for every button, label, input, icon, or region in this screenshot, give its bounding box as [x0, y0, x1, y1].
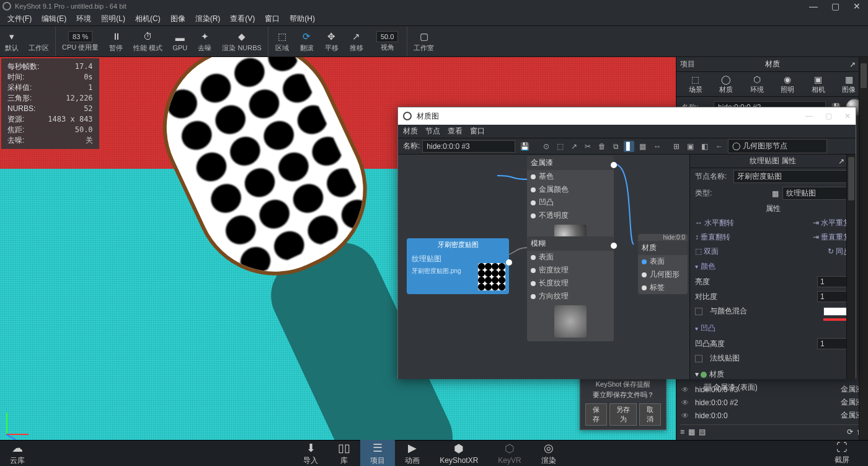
visibility-icon[interactable]: 👁 — [681, 385, 689, 394]
material-row[interactable]: 👁hide:0:0:0 #2金属漆 — [680, 396, 864, 409]
bump-input[interactable]: 1 — [817, 338, 851, 349]
mg-minimize-button[interactable]: ― — [805, 112, 813, 120]
popout-icon[interactable]: ↗ — [838, 157, 844, 166]
bb-project[interactable]: ☰项目 — [360, 440, 395, 467]
mg-tool-icon[interactable]: ← — [713, 141, 725, 152]
menu-camera[interactable]: 相机(C) — [131, 12, 164, 25]
tab-material[interactable]: ◯材质 — [717, 73, 735, 96]
mg-close-button[interactable]: ✕ — [844, 112, 851, 120]
visibility-icon[interactable]: 👁 — [681, 411, 689, 420]
mg-node-search[interactable]: ◯ 几何图形节点 — [728, 139, 827, 153]
bb-cloud[interactable]: ☁云库 — [0, 440, 35, 467]
props-scrollbar[interactable] — [846, 155, 856, 379]
menu-render[interactable]: 渲染(R) — [192, 12, 224, 25]
bb-screenshot[interactable]: ⛶截屏 — [825, 440, 859, 466]
menu-help[interactable]: 帮助(H) — [286, 12, 319, 25]
node-output-port[interactable] — [611, 162, 617, 168]
tool-cpu-usage[interactable]: 83 %CPU 使用量 — [57, 27, 104, 56]
menu-edit[interactable]: 编辑(E) — [38, 12, 70, 25]
save-as-button[interactable]: 另存为 — [609, 403, 637, 426]
tree-item[interactable]: ▦ 金属漆 (表面) — [695, 381, 851, 394]
bb-animation[interactable]: ▶动画 — [395, 440, 430, 467]
option-h-flip[interactable]: ↔ 水平翻转 — [695, 218, 734, 228]
brightness-input[interactable]: 1 — [817, 276, 851, 287]
tool-denoise[interactable]: ✦去噪 — [192, 27, 217, 56]
node-texture-map[interactable]: 牙刷密度贴图 纹理贴图 牙刷密度贴图.png — [407, 238, 509, 294]
material-row[interactable]: 👁hide:0:0:0金属漆 — [680, 409, 864, 422]
tool-nurbs[interactable]: ◆渲染 NURBS — [217, 27, 268, 56]
bb-import[interactable]: ⬇导入 — [293, 440, 328, 467]
mg-tool-icon[interactable]: ▣ — [684, 141, 696, 152]
mg-tool-icon[interactable]: ⊙ — [541, 141, 552, 152]
type-select[interactable]: 纹理贴图 — [782, 187, 851, 200]
tool-workspace[interactable]: 工作区 — [24, 27, 56, 56]
node-name-input[interactable]: 牙刷密度贴图 — [733, 170, 851, 183]
blend-checkbox[interactable] — [695, 308, 702, 315]
bb-keyvr[interactable]: ⬡KeyVR — [488, 441, 531, 466]
bb-library[interactable]: ▯▯库 — [328, 440, 360, 467]
tool-studio[interactable]: ▢工作室 — [409, 27, 439, 56]
tab-image[interactable]: ▦图像 — [839, 73, 858, 96]
mg-tool-icon[interactable]: ⧉ — [611, 141, 621, 152]
tool-pan[interactable]: ✥平移 — [319, 27, 344, 56]
mg-menu-material[interactable]: 材质 — [403, 126, 418, 137]
menu-file[interactable]: 文件(F) — [4, 12, 35, 25]
mg-menu-node[interactable]: 节点 — [425, 126, 440, 137]
mg-menu-window[interactable]: 窗口 — [470, 126, 485, 137]
tool-default[interactable]: ▾默认 — [0, 27, 24, 56]
menu-image[interactable]: 图像 — [167, 12, 189, 25]
mg-save-icon[interactable]: 💾 — [518, 141, 532, 152]
option-v-flip[interactable]: ↕ 垂直翻转 — [695, 232, 730, 243]
mg-tool-icon[interactable]: ▋ — [624, 141, 634, 152]
grid-icon[interactable]: ▦ — [688, 428, 695, 436]
option-v-repeat[interactable]: ⇥ 垂直重复 — [813, 232, 851, 243]
tab-camera[interactable]: ▣相机 — [809, 73, 828, 96]
mg-tool-icon[interactable]: ✂ — [582, 141, 593, 152]
menu-environment[interactable]: 环境 — [73, 12, 95, 25]
normal-checkbox[interactable] — [695, 355, 702, 362]
mg-tool-icon[interactable]: ↔ — [651, 141, 663, 152]
tab-lighting[interactable]: ◉照明 — [778, 73, 797, 96]
panel-popout-icon[interactable]: ↗ — [849, 60, 856, 69]
option-two-sided[interactable]: ⬚ 双面 — [695, 246, 719, 257]
type-icon[interactable]: ▦ — [772, 189, 779, 198]
tool-dolly[interactable]: ↗推移 — [344, 27, 369, 56]
contrast-input[interactable]: 1 — [817, 291, 851, 302]
mg-maximize-button[interactable]: ▢ — [825, 112, 832, 120]
sort-icon[interactable]: ▤ — [699, 428, 706, 436]
node-output-port[interactable] — [611, 243, 617, 249]
tool-region[interactable]: ⬚区域 — [270, 27, 294, 56]
mg-tool-icon[interactable]: ↗ — [569, 141, 580, 152]
panel-scrollbar[interactable] — [859, 57, 868, 441]
save-button[interactable]: 保存 — [585, 403, 607, 426]
tab-scene[interactable]: ⬚场景 — [686, 73, 705, 96]
attributes-tab[interactable]: 属性 — [766, 204, 781, 214]
tool-performance[interactable]: ⏱性能 模式 — [128, 27, 167, 56]
tab-environment[interactable]: ⬡环境 — [748, 73, 766, 96]
tool-tumble[interactable]: ⟳翻滚 — [294, 27, 319, 56]
visibility-icon[interactable]: 👁 — [681, 398, 689, 407]
mg-title-bar[interactable]: 材质图 ― ▢ ✕ — [398, 107, 856, 125]
mg-tool-icon[interactable]: ▦ — [637, 141, 649, 152]
node-blur[interactable]: 模糊 表面 密度纹理 长度纹理 方向纹理 — [527, 236, 614, 341]
menu-lighting[interactable]: 照明(L) — [97, 12, 129, 25]
menu-window[interactable]: 窗口 — [261, 12, 283, 25]
cancel-button[interactable]: 取消 — [639, 403, 661, 426]
minimize-button[interactable]: ― — [809, 1, 818, 11]
mg-node-canvas[interactable]: 牙刷密度贴图 纹理贴图 牙刷密度贴图.png 金属漆 基色 金属颜色 凹凸 不透… — [398, 155, 689, 379]
section-bump[interactable]: 凹凸 — [690, 321, 856, 336]
tree-item[interactable]: ▾ 材质 — [695, 368, 851, 381]
tool-pause[interactable]: ⏸暂停 — [104, 27, 128, 56]
list-icon[interactable]: ≡ — [680, 428, 684, 436]
mg-menu-view[interactable]: 查看 — [448, 126, 463, 137]
bb-render[interactable]: ◎渲染 — [531, 440, 566, 467]
option-h-repeat[interactable]: ⇥ 水平重复 — [813, 218, 851, 228]
mg-tool-icon[interactable]: ⬚ — [554, 141, 566, 152]
refresh-icon[interactable]: ⟳ — [847, 428, 853, 436]
mg-tool-icon[interactable]: 🗑 — [596, 141, 608, 152]
mg-tool-icon[interactable]: ⊞ — [671, 141, 682, 152]
bb-keyshotxr[interactable]: ⬢KeyShotXR — [430, 441, 488, 466]
mg-name-input[interactable]: hide:0:0:0 #3 — [422, 140, 515, 153]
node-output-port[interactable] — [506, 259, 512, 266]
node-material-output[interactable]: hide:0:0 材质 表面 几何图形 标签 — [638, 234, 688, 294]
